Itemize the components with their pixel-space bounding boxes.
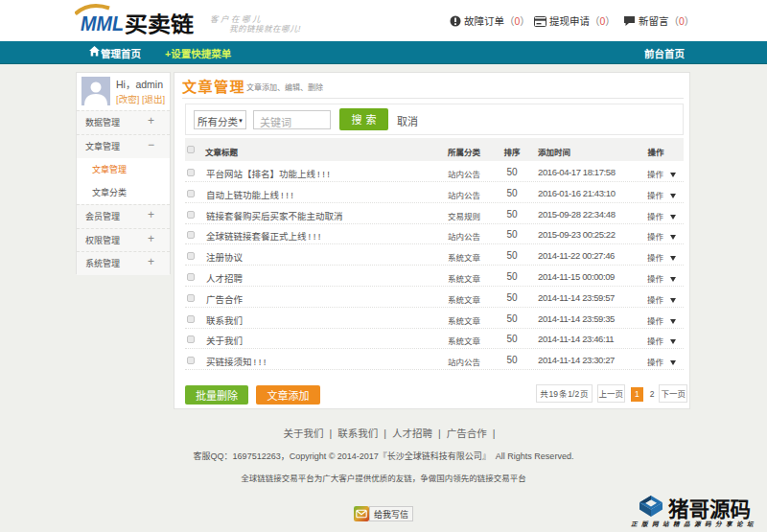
svg-text:MML: MML	[81, 12, 124, 35]
svg-text:买卖链: 买卖链	[125, 7, 194, 37]
